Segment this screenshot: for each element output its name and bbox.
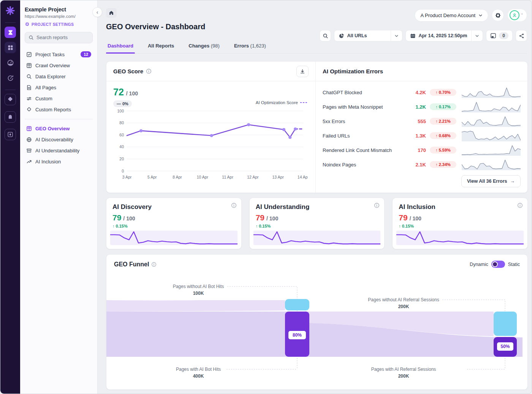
tab-dashboard[interactable]: Dashboard [106,39,135,53]
error-row[interactable]: ChatGPT Blocked 4.2K ↑0.70% [323,85,521,100]
svg-text:14 Apr: 14 Apr [298,175,308,179]
ai-optimization-errors-panel: AI Optimization Errors ChatGPT Blocked 4… [315,62,527,193]
error-row[interactable]: Noindex Pages 2.1K ↑2.34% [323,157,521,172]
account-selector[interactable]: A Product Demo Account [415,9,488,22]
home-icon [109,10,114,16]
rail-item-reports[interactable] [5,27,16,38]
table-icon [26,63,32,68]
sidebar-item-label: Crawl Overview [35,63,91,68]
sidebar-item-label: AI Understandability [35,148,91,153]
table-icon [26,126,32,131]
sliders-icon [26,96,32,101]
geo-score-panel: GEO Score 72 / 100 [106,62,315,193]
rail-item-apps[interactable] [5,42,16,53]
sidebar-item-ai-discoverability[interactable]: AI Discoverability [25,134,93,145]
sidebar-item-data-explorer[interactable]: Data Explorer [25,71,93,82]
rail-divider [5,90,16,90]
history-icon [7,74,14,82]
error-value: 555 [410,119,426,124]
error-row[interactable]: Pages with Meta Nosnippet 1.2K ↑0.17% [323,100,521,114]
rail-item-gauge[interactable] [5,57,16,68]
card-score-denominator: / 100 [410,215,421,222]
sidebar: ‹ Example Project https://www.example.co… [20,0,98,394]
svg-text:0: 0 [122,169,124,173]
ai-discovery-card[interactable]: AI Discovery 79 / 100 ↑0.15% [106,198,242,249]
arch-icon [7,114,14,120]
sidebar-item-geo-overview[interactable]: GEO Overview [25,123,93,134]
error-sparkline [462,101,521,112]
geo-score-denominator: / 100 [126,90,138,97]
error-row[interactable]: Failed URLs 1.3K ↑0.68% [323,128,521,143]
sidebar-divider [25,119,93,119]
sidebar-item-ai-understandability[interactable]: AI Understandability [25,145,93,156]
svg-text:80: 80 [119,120,124,125]
calendar-icon [410,33,416,39]
sidebar-item-custom[interactable]: Custom [25,93,93,104]
error-rows: ChatGPT Blocked 4.2K ↑0.70% Pages with M… [316,81,527,173]
geo-score-and-errors-card: GEO Score 72 / 100 [106,61,528,193]
funnel-node-without-referral[interactable] [494,312,517,336]
home-button[interactable] [106,8,117,18]
project-settings-link[interactable]: PROJECT SETTINGS [25,22,93,27]
error-row[interactable]: 5xx Errors 555 ↑2.21% [323,114,521,128]
hourglass-icon [7,29,14,36]
card-change: ↑0.15% [112,224,235,228]
app-logo-icon [5,6,15,16]
account-label: A Product Demo Account [420,13,475,18]
sidebar-item-all-pages[interactable]: All Pages [25,82,93,93]
date-value: Apr 14, 2025 12:50pm [418,33,467,38]
chevron-down-icon: ⌄ [521,11,524,15]
clover-icon [7,96,14,103]
error-value: 4.2K [410,90,426,95]
ai-understanding-card[interactable]: AI Understanding 79 / 100 ↑0.15% [249,198,385,249]
tab-all-reports[interactable]: All Reports [146,39,176,53]
grid-icon [7,44,14,51]
error-sparkline [462,87,521,98]
url-filter-value: All URLs [347,33,367,38]
settings-button[interactable] [492,9,504,21]
project-settings-label: PROJECT SETTINGS [32,22,74,27]
ai-inclusion-card[interactable]: AI Inclusion 79 / 100 ↑0.15% [392,198,528,249]
tab-errors[interactable]: Errors (1,623) [233,39,268,53]
error-change-badge: ↑0.70% [430,89,456,96]
svg-text:5 Apr: 5 Apr [147,175,157,179]
error-row[interactable]: Rendered Link Count Mismatch 170 ↑5.59% [323,143,521,157]
rail-item-badge[interactable] [5,129,16,140]
error-change-badge: ↑0.17% [430,103,456,110]
sidebar-item-project-tasks[interactable]: Project Tasks 12 [25,49,93,60]
sidebar-item-label: GEO Overview [35,126,91,131]
download-button[interactable] [296,66,309,77]
svg-text:10 Apr: 10 Apr [197,175,209,179]
dashboard-content: GEO Score 72 / 100 [106,61,528,390]
tab-changes[interactable]: Changes (98) [187,39,221,53]
funnel-label-with-referral: Pages with AI Referral Sessions 200K [350,367,457,379]
rail-item-history[interactable] [5,72,16,84]
card-title: AI Understanding [256,203,378,211]
pages-count-badge: 0 [499,32,508,39]
rail-item-arch[interactable] [5,111,16,123]
arrow-up-icon: ↑ [435,90,438,95]
download-icon [300,69,305,74]
sidebar-item-custom-reports[interactable]: Custom Reports [25,104,93,115]
search-reports-input[interactable] [36,35,86,40]
funnel-label-without-bot-hits: Pages without AI Bot Hits 100K [151,284,246,296]
sidebar-collapse-button[interactable]: ‹ [92,7,102,17]
sidebar-item-label: Custom [35,96,91,101]
funnel-label-without-referral: Pages without AI Referral Sessions 200K [350,297,457,309]
arrow-up-icon: ↑ [112,224,115,228]
sidebar-nav-primary: Project Tasks 12 Crawl Overview Data Exp… [25,49,93,115]
funnel-visualization: 80% 50% Pages without AI Bot Hits 100K P… [106,255,527,389]
sidebar-item-crawl-overview[interactable]: Crawl Overview [25,60,93,71]
funnel-label-with-bot-hits: Pages with AI Bot Hits 400K [151,367,246,379]
search-reports[interactable] [25,32,93,43]
share-icon [519,33,524,39]
error-change-badge: ↑2.34% [430,161,456,168]
rail-item-clover[interactable] [5,94,16,105]
view-all-errors-button[interactable]: View All 36 Errors → [461,175,521,187]
user-menu[interactable]: ⌄ [507,9,527,22]
legend-dash-icon [300,101,308,104]
svg-text:40: 40 [119,144,124,149]
main-content: A Product Demo Account ⌄ GEO Overview - … [98,0,532,394]
sidebar-item-ai-inclusion[interactable]: AI Inclusion [25,156,93,167]
funnel-node-without-bot-hits[interactable] [285,299,309,310]
